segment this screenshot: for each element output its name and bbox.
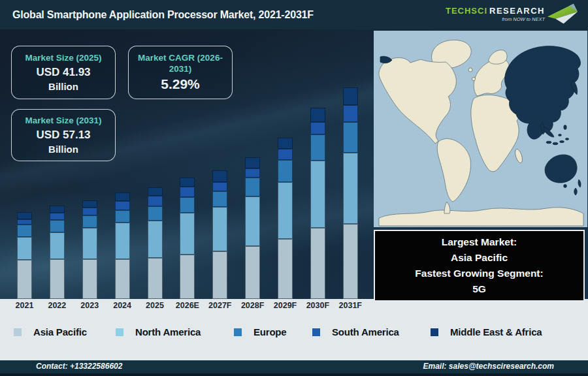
bar-segment-europe xyxy=(115,210,130,223)
callout-line: 5G xyxy=(375,281,583,297)
bar-segment-europe xyxy=(82,215,97,228)
bar-segment-europe xyxy=(148,206,163,221)
bar-segment-south-america xyxy=(148,196,163,206)
stat-value: 5.29% xyxy=(161,76,200,92)
legend-item-asia-pacific: Asia Pacific xyxy=(14,326,87,337)
logo-tagline: from NOW to NEXT xyxy=(502,16,545,22)
x-axis-label-2030F: 2030F xyxy=(301,301,335,310)
callout-line: Asia Pacific xyxy=(375,250,583,266)
legend-label: Middle East & Africa xyxy=(450,326,542,337)
bar-2024 xyxy=(115,193,130,299)
x-axis-label-2021: 2021 xyxy=(8,301,42,310)
techsci-logo: TechSci Research from NOW to NEXT xyxy=(446,3,578,25)
header-bar: Global Smartphone Application Processor … xyxy=(0,0,588,29)
legend-swatch xyxy=(234,328,242,336)
bar-segment-middle-east-africa xyxy=(212,170,227,182)
legend-label: South America xyxy=(332,326,399,337)
bar-segment-south-america xyxy=(310,122,325,134)
stat-value: USD 57.13 xyxy=(36,129,90,142)
x-axis-label-2022: 2022 xyxy=(40,301,74,310)
bar-segment-south-america xyxy=(212,182,227,191)
bar-segment-asia-pacific xyxy=(310,228,325,299)
bar-segment-europe xyxy=(180,197,195,213)
chart-legend: Asia PacificNorth AmericaEuropeSouth Ame… xyxy=(0,326,588,342)
bar-segment-south-america xyxy=(343,105,358,122)
stat-box-market-size-2031: Market Size (2031) USD 57.13 Billion xyxy=(11,109,116,161)
bar-segment-middle-east-africa xyxy=(17,212,32,219)
bar-segment-north-america xyxy=(310,161,325,228)
bar-segment-north-america xyxy=(212,207,227,251)
bar-segment-middle-east-africa xyxy=(148,187,163,196)
logo-brand-part1: TechSci xyxy=(446,6,487,16)
bar-segment-north-america xyxy=(343,153,358,224)
bar-segment-middle-east-africa xyxy=(278,138,293,149)
stat-label: Market Size (2031) xyxy=(25,116,101,127)
bar-segment-south-america xyxy=(17,219,32,225)
x-axis-label-2028F: 2028F xyxy=(236,301,270,310)
bar-2030F xyxy=(310,108,325,299)
footer-edge xyxy=(0,373,588,376)
world-map-asia-pacific-highlighted xyxy=(374,31,587,227)
x-axis-label-2026E: 2026E xyxy=(171,301,204,310)
legend-label: North America xyxy=(135,326,201,337)
bar-segment-north-america xyxy=(50,232,65,259)
callout-line: Fastest Growing Segment: xyxy=(375,266,583,281)
bar-segment-asia-pacific xyxy=(343,224,358,299)
x-axis-label-2027F: 2027F xyxy=(203,301,237,310)
legend-swatch xyxy=(14,328,22,336)
x-axis-label-2029F: 2029F xyxy=(269,301,302,310)
x-axis-label-2024: 2024 xyxy=(105,301,139,310)
bar-segment-europe xyxy=(343,122,358,153)
bar-segment-south-america xyxy=(180,187,195,197)
bar-segment-europe xyxy=(50,220,65,232)
bar-segment-middle-east-africa xyxy=(310,108,325,122)
footer-bar: Contact: +13322586602 Email: sales@techs… xyxy=(0,360,588,373)
bar-segment-asia-pacific xyxy=(212,251,227,299)
bar-2022 xyxy=(50,206,65,299)
bar-segment-asia-pacific xyxy=(115,259,130,299)
bar-segment-europe xyxy=(310,134,325,161)
page-title: Global Smartphone Application Processor … xyxy=(12,0,314,29)
bar-segment-north-america xyxy=(17,237,32,260)
stat-label: Market Size (2025) xyxy=(25,53,101,64)
bar-segment-europe xyxy=(245,178,260,196)
stat-value: USD 41.93 xyxy=(36,66,90,79)
bar-segment-asia-pacific xyxy=(148,258,163,299)
bar-2023 xyxy=(82,200,97,299)
bar-2029F xyxy=(278,138,293,299)
stat-box-market-size-2025: Market Size (2025) USD 41.93 Billion xyxy=(11,46,116,99)
bar-segment-middle-east-africa xyxy=(50,206,65,213)
stat-label: Market CAGR (2026-2031) xyxy=(138,53,223,75)
bar-segment-asia-pacific xyxy=(180,255,195,299)
footer-contact: Contact: +13322586602 xyxy=(36,362,122,371)
x-axis-label-2031F: 2031F xyxy=(333,301,367,310)
bar-segment-north-america xyxy=(245,196,260,246)
bar-2031F xyxy=(343,87,358,299)
stat-box-market-cagr: Market CAGR (2026-2031) 5.29% xyxy=(128,46,233,99)
bar-segment-north-america xyxy=(115,223,130,259)
bar-segment-middle-east-africa xyxy=(343,87,358,105)
bar-2025 xyxy=(148,187,163,299)
bar-segment-north-america xyxy=(180,213,195,255)
legend-item-south-america: South America xyxy=(312,326,399,337)
legend-swatch xyxy=(312,328,320,336)
bar-segment-north-america xyxy=(148,221,163,258)
bar-segment-north-america xyxy=(278,182,293,239)
callout-line: Largest Market: xyxy=(375,234,583,250)
bar-2028F xyxy=(245,157,260,299)
bar-segment-asia-pacific xyxy=(17,260,32,299)
bar-2026E xyxy=(180,178,195,299)
logo-brand-part2: Research xyxy=(489,6,545,16)
bar-segment-middle-east-africa xyxy=(115,193,130,201)
bar-segment-south-america xyxy=(245,168,260,178)
bar-segment-asia-pacific xyxy=(50,259,65,299)
legend-swatch xyxy=(431,328,438,336)
bar-segment-south-america xyxy=(278,149,293,160)
market-infographic: Global Smartphone Application Processor … xyxy=(0,0,588,376)
largest-market-callout: Largest Market: Asia Pacific Fastest Gro… xyxy=(374,230,585,302)
legend-item-middle-east-africa: Middle East & Africa xyxy=(431,326,542,337)
bar-segment-middle-east-africa xyxy=(82,200,97,208)
legend-label: Europe xyxy=(253,326,286,337)
bar-segment-asia-pacific xyxy=(245,246,260,299)
stat-unit: Billion xyxy=(48,81,78,92)
